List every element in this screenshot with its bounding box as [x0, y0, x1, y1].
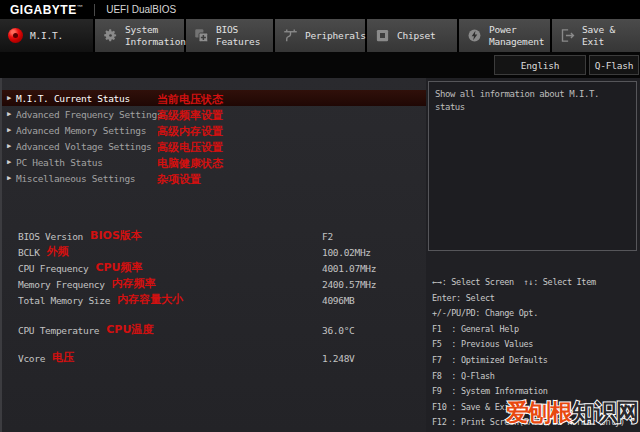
tab-power-management[interactable]: Power Management: [459, 19, 550, 52]
gear-icon: [103, 28, 118, 43]
submenu-arrow-icon: ▶: [7, 158, 16, 166]
qflash-button[interactable]: Q-Flash: [589, 55, 639, 75]
main-panel: ▶ M.I.T. Current Status 当前电压状态 ▶ Advance…: [0, 78, 426, 432]
hotkey-line: F8 : Q-Flash: [432, 369, 640, 385]
annotation-text: 高级内存设置: [157, 124, 223, 139]
gigabyte-logo: GIGABYTE™: [10, 3, 83, 17]
item-help-text: Show all information about M.I.T. status: [435, 88, 632, 114]
menu-item-advanced-voltage-settings[interactable]: ▶ Advanced Voltage Settings 高级电压设置: [2, 138, 426, 154]
annotation-text: 当前电压状态: [157, 92, 223, 107]
save-exit-icon: [560, 28, 575, 43]
bios-features-icon: [194, 28, 209, 43]
hotkey-line: ←→: Select Screen ↑↓: Select Item: [432, 275, 640, 291]
annotation-text: 内存频率: [112, 276, 156, 291]
submenu-arrow-icon: ▶: [7, 142, 16, 150]
tab-bios-features[interactable]: BIOS Features: [186, 19, 273, 52]
annotation-text: 电压: [52, 350, 74, 365]
power-icon: [467, 28, 482, 43]
info-row-bios-version: BIOS Version BIOS版本 F2: [2, 228, 426, 244]
info-row-bclk: BCLK 外频 100.02MHz: [2, 244, 426, 260]
hotkey-line: F7 : Optimized Defaults: [432, 353, 640, 369]
peripherals-icon: [283, 28, 298, 43]
option-bar: English Q-Flash: [0, 52, 640, 78]
annotation-text: 高级电压设置: [157, 140, 223, 155]
hotkey-line: F1 : General Help: [432, 322, 640, 338]
hotkey-line: +/-/PU/PD: Change Opt.: [432, 306, 640, 322]
annotation-text: 内存容量大小: [117, 292, 183, 307]
cpu-temperature-value: 36.0°C: [322, 325, 355, 336]
annotation-text: 杂项设置: [157, 172, 201, 187]
mit-orb-icon: [8, 28, 23, 43]
tab-chipset[interactable]: Chipset: [367, 19, 457, 52]
menu-item-advanced-memory-settings[interactable]: ▶ Advanced Memory Settings 高级内存设置: [2, 122, 426, 138]
info-row-total-memory-size: Total Memory Size 内存容量大小 4096MB: [2, 292, 426, 308]
vcore-value: 1.248V: [322, 353, 355, 364]
tab-system-information[interactable]: System Information: [95, 19, 184, 52]
menu-item-pc-health-status[interactable]: ▶ PC Health Status 电脑健康状态: [2, 154, 426, 170]
system-info-section: BIOS Version BIOS版本 F2 BCLK 外频 100.02MHz…: [2, 228, 426, 366]
submenu-arrow-icon: ▶: [7, 126, 16, 134]
info-row-cpu-temperature: CPU Temperature CPU温度 36.0°C: [2, 322, 426, 338]
annotation-text: BIOS版本: [90, 228, 142, 243]
tab-bar: M.I.T. System Information BIOS Features …: [0, 19, 640, 52]
memory-frequency-value: 2400.57MHz: [322, 279, 376, 290]
annotation-text: CPU温度: [106, 322, 153, 337]
bclk-value: 100.02MHz: [322, 247, 371, 258]
mit-menu: ▶ M.I.T. Current Status 当前电压状态 ▶ Advance…: [2, 90, 426, 186]
hotkey-line: F5 : Previous Values: [432, 337, 640, 353]
item-help-box: Show all information about M.I.T. status: [428, 81, 637, 251]
submenu-arrow-icon: ▶: [7, 110, 16, 118]
submenu-arrow-icon: ▶: [7, 94, 16, 102]
annotation-text: 外频: [47, 244, 69, 259]
tab-mit[interactable]: M.I.T.: [0, 19, 93, 52]
info-row-memory-frequency: Memory Frequency 内存频率 2400.57MHz: [2, 276, 426, 292]
product-name: UEFI DualBIOS: [106, 4, 176, 15]
cpu-frequency-value: 4001.07MHz: [322, 263, 376, 274]
menu-item-advanced-frequency-settings[interactable]: ▶ Advanced Frequency Settings 高级频率设置: [2, 106, 426, 122]
bios-screen: GIGABYTE™ UEFI DualBIOS M.I.T. System In…: [0, 0, 640, 432]
watermark-part1: 爱刨根: [506, 399, 572, 425]
annotation-text: CPU频率: [95, 260, 142, 275]
info-row-vcore: Vcore 电压 1.248V: [2, 350, 426, 366]
info-row-cpu-frequency: CPU Frequency CPU频率 4001.07MHz: [2, 260, 426, 276]
tab-save-exit[interactable]: Save & Exit: [552, 19, 640, 52]
watermark: 爱刨根知识网: [506, 397, 638, 428]
chipset-icon: [375, 28, 390, 43]
annotation-text: 高级频率设置: [157, 108, 223, 123]
tab-peripherals[interactable]: Peripherals: [275, 19, 365, 52]
trademark-symbol: ™: [77, 4, 84, 10]
help-panel: Show all information about M.I.T. status…: [426, 78, 640, 432]
language-button[interactable]: English: [494, 55, 586, 75]
header-divider: [94, 4, 95, 16]
annotation-text: 电脑健康状态: [157, 156, 223, 171]
menu-item-mit-current-status[interactable]: ▶ M.I.T. Current Status 当前电压状态: [2, 90, 426, 106]
title-bar: GIGABYTE™ UEFI DualBIOS: [0, 0, 640, 19]
total-memory-size-value: 4096MB: [322, 295, 355, 306]
watermark-part2: 知识网: [572, 399, 638, 425]
bios-version-value: F2: [322, 231, 333, 242]
hotkey-line: Enter: Select: [432, 291, 640, 307]
submenu-arrow-icon: ▶: [7, 174, 16, 182]
menu-item-miscellaneous-settings[interactable]: ▶ Miscellaneous Settings 杂项设置: [2, 170, 426, 186]
